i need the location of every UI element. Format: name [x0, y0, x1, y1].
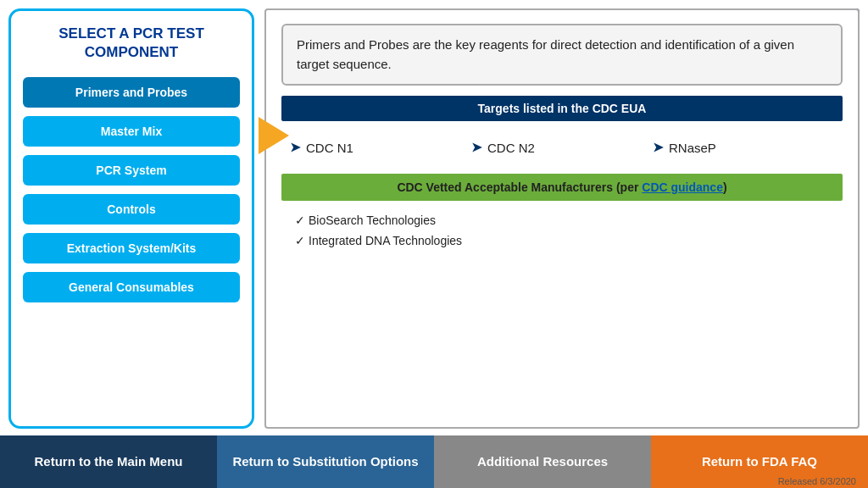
target-n1-arrow: ➤ [290, 140, 301, 155]
manufacturers-header: CDC Vetted Acceptable Manufacturers (per… [281, 174, 843, 201]
targets-header: Targets listed in the CDC EUA [281, 96, 843, 121]
additional-resources-button[interactable]: Additional Resources [434, 435, 651, 488]
target-rnasep: ➤ RNaseP [653, 140, 834, 155]
menu-btn-extraction[interactable]: Extraction System/Kits [23, 233, 240, 263]
left-panel: SELECT A PCR TEST COMPONENT Primers and … [8, 8, 254, 429]
menu-btn-consumables[interactable]: General Consumables [23, 272, 240, 302]
target-n2-label: CDC N2 [487, 141, 535, 155]
manufacturers-header-prefix: CDC Vetted Acceptable Manufacturers (per [397, 180, 642, 194]
return-substitution-button[interactable]: Return to Substitution Options [217, 435, 434, 488]
left-panel-title: SELECT A PCR TEST COMPONENT [23, 21, 240, 69]
right-panel: Primers and Probes are the key reagents … [264, 8, 860, 429]
return-main-menu-button[interactable]: Return to the Main Menu [0, 435, 217, 488]
released-date: Released 6/3/2020 [778, 476, 856, 486]
target-n2: ➤ CDC N2 [471, 140, 653, 155]
targets-list: ➤ CDC N1 ➤ CDC N2 ➤ RNaseP [281, 131, 843, 160]
target-rnasep-label: RNaseP [669, 141, 716, 155]
manufacturers-list: BioSearch Technologies Integrated DNA Te… [281, 206, 843, 257]
cdc-guidance-link[interactable]: CDC guidance [642, 180, 723, 194]
target-n1: ➤ CDC N1 [290, 140, 471, 155]
menu-btn-primers[interactable]: Primers and Probes [23, 77, 240, 108]
description-text: Primers and Probes are the key reagents … [297, 37, 794, 71]
target-n1-label: CDC N1 [306, 141, 353, 155]
main-content: SELECT A PCR TEST COMPONENT Primers and … [8, 8, 860, 429]
bottom-bar: Return to the Main Menu Return to Substi… [0, 435, 868, 488]
target-rnasep-arrow: ➤ [653, 140, 664, 155]
target-n2-arrow: ➤ [471, 140, 482, 155]
menu-btn-controls[interactable]: Controls [23, 194, 240, 225]
manufacturers-header-suffix: ) [723, 180, 727, 194]
arrow-icon [259, 117, 289, 154]
menu-btn-pcrsystem[interactable]: PCR System [23, 155, 240, 186]
manufacturers-section: CDC Vetted Acceptable Manufacturers (per… [281, 174, 843, 257]
description-box: Primers and Probes are the key reagents … [281, 24, 843, 86]
manufacturer-2: Integrated DNA Technologies [295, 231, 829, 252]
menu-btn-mastermix[interactable]: Master Mix [23, 116, 240, 147]
navigation-arrow [259, 117, 289, 154]
manufacturer-1: BioSearch Technologies [295, 211, 829, 231]
